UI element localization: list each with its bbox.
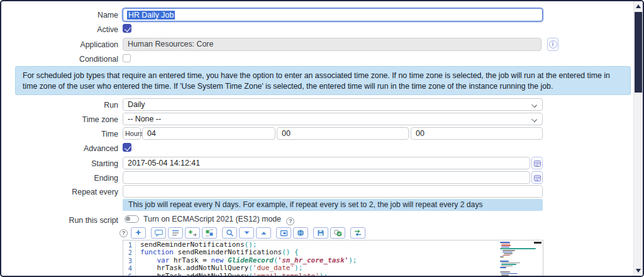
- application-label: Application: [1, 40, 118, 49]
- minimap-line: [501, 266, 513, 267]
- comment-code-button[interactable]: [151, 227, 166, 239]
- replace-icon: [188, 229, 197, 237]
- save-icon: [317, 229, 325, 237]
- repeat-info-message: This job will repeat every N days. For e…: [123, 199, 543, 211]
- run-select[interactable]: Daily: [123, 98, 543, 111]
- toggle-line-wrap-button[interactable]: [168, 227, 183, 239]
- chevron-up-icon: [260, 230, 268, 236]
- toggle-knob-icon: [126, 217, 130, 221]
- minimap-line: [501, 245, 511, 246]
- lines-icon: [171, 229, 180, 237]
- minimap-line: [500, 248, 536, 249]
- minimap-line: [500, 242, 510, 243]
- timezone-select-value: -- None --: [128, 115, 161, 123]
- ending-label: Ending: [1, 174, 118, 183]
- calendar-icon: [534, 160, 541, 167]
- repeat-every-label: Repeat every: [1, 188, 118, 196]
- help-icon[interactable]: ?: [286, 217, 294, 225]
- starting-label: Starting: [1, 159, 118, 168]
- starting-input[interactable]: [123, 157, 530, 169]
- script-editor-toolbar: ?: [119, 227, 367, 239]
- conditional-checkbox[interactable]: [123, 54, 131, 62]
- minimap-line: [499, 258, 539, 260]
- chevron-down-icon: [243, 230, 251, 236]
- advanced-label: Advanced: [1, 144, 118, 153]
- minimap-line: [502, 252, 513, 253]
- search-button[interactable]: [222, 227, 237, 239]
- editor-help-icon[interactable]: ?: [119, 229, 128, 237]
- scroll-up-icon[interactable]: [636, 4, 641, 8]
- minimap-line: [500, 256, 504, 257]
- code-line: 4 hrTask.addNotNullQuery('due_date');: [123, 264, 497, 272]
- run-this-script-label: Run this script: [1, 216, 118, 225]
- name-value-selected: HR Daily Job: [127, 11, 175, 20]
- scheduled-job-form: Name HR Daily Job Active Application Hum…: [0, 0, 644, 277]
- time-hours-input[interactable]: [142, 127, 275, 140]
- time-unit-label: Hours: [123, 127, 141, 140]
- minimap-line: [501, 244, 510, 245]
- starting-calendar-button[interactable]: [531, 157, 543, 169]
- check-badge-icon: [333, 229, 342, 237]
- chevron-down-icon: [531, 116, 537, 122]
- chevron-down-icon: [531, 102, 537, 108]
- calendar-icon: [534, 174, 541, 181]
- syntax-check-button[interactable]: [330, 227, 345, 239]
- time-seconds-input[interactable]: [411, 127, 543, 140]
- timezone-select[interactable]: -- None --: [123, 113, 543, 125]
- vertical-scrollbar[interactable]: [633, 1, 643, 276]
- replace-all-icon: [205, 229, 214, 237]
- minimap-scroll-thumb[interactable]: [534, 242, 541, 244]
- format-code-icon: [134, 229, 143, 237]
- timezone-label: Time zone: [1, 115, 118, 124]
- compare-arrows-icon: [353, 229, 362, 237]
- ending-calendar-button[interactable]: [531, 171, 543, 184]
- run-select-value: Daily: [128, 100, 145, 109]
- editor-minimap[interactable]: [499, 242, 539, 277]
- minimap-line: [500, 271, 510, 273]
- code-line: 2function sendReminderNotifications() {: [123, 249, 497, 256]
- find-next-button[interactable]: [239, 227, 254, 239]
- info-icon: i: [549, 40, 557, 48]
- minimap-line: [501, 263, 520, 264]
- compare-scripts-button[interactable]: [350, 227, 365, 239]
- replace-button[interactable]: [185, 227, 200, 239]
- run-label: Run: [1, 101, 118, 110]
- scroll-down-icon[interactable]: [636, 269, 641, 273]
- code-area[interactable]: 1sendReminderNotifications();2function s…: [123, 241, 497, 277]
- repeat-every-input[interactable]: [123, 185, 543, 198]
- active-checkbox[interactable]: [123, 24, 131, 33]
- api-reference-button[interactable]: [293, 227, 308, 239]
- name-input[interactable]: HR Daily Job: [123, 8, 543, 21]
- minimap-line: [502, 250, 515, 251]
- es12-toggle[interactable]: [125, 215, 139, 223]
- es12-toggle-label: Turn on ECMAScript 2021 (ES12) mode ?: [143, 215, 294, 225]
- format-code-button[interactable]: [131, 227, 146, 239]
- conditional-label: Conditional: [1, 55, 118, 64]
- active-label: Active: [1, 25, 118, 34]
- code-line: 5 hrTask.addNotNullQuery('email_template…: [123, 273, 497, 277]
- name-label: Name: [1, 11, 118, 20]
- minimap-line: [501, 274, 509, 276]
- open-in-window-button[interactable]: [276, 227, 291, 239]
- replace-all-button[interactable]: [202, 227, 217, 239]
- advanced-checkbox[interactable]: [123, 143, 131, 152]
- minimap-line: [501, 247, 509, 248]
- application-info-button[interactable]: i: [547, 38, 558, 51]
- scrollbar-thumb[interactable]: [635, 12, 642, 93]
- time-label: Time: [1, 130, 118, 138]
- popout-icon: [280, 229, 288, 237]
- minimap-line: [501, 273, 518, 274]
- save-button[interactable]: [313, 227, 328, 239]
- script-editor[interactable]: 1sendReminderNotifications();2function s…: [123, 240, 543, 277]
- find-previous-button[interactable]: [256, 227, 271, 239]
- time-minutes-input[interactable]: [277, 127, 409, 140]
- application-field: Human Resources: Core: [123, 38, 541, 51]
- minimap-line: [504, 253, 513, 254]
- comment-icon: [154, 229, 164, 237]
- minimap-line: [502, 255, 510, 256]
- ending-input[interactable]: [123, 171, 530, 184]
- minimap-line: [500, 261, 509, 262]
- timezone-info-message: For scheduled job types that require an …: [15, 66, 631, 95]
- globe-icon: [297, 229, 304, 237]
- minimap-line: [500, 267, 506, 268]
